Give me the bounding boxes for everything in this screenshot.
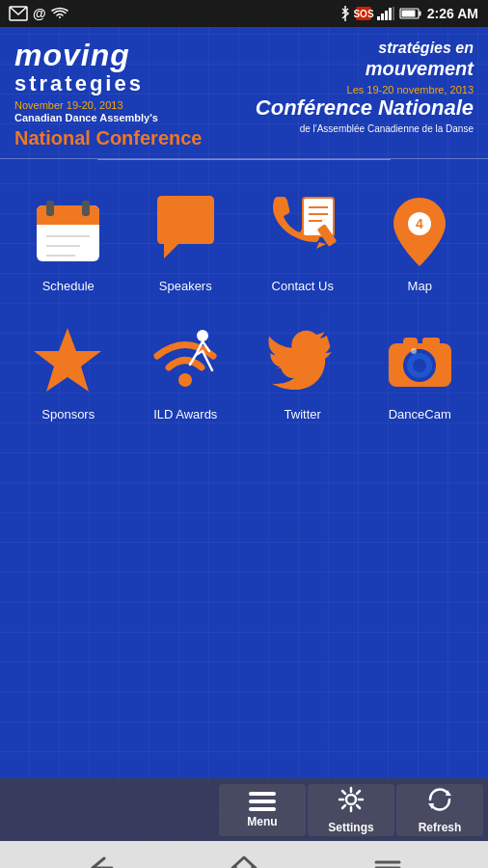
menu-icon [249, 792, 276, 811]
svg-rect-7 [389, 8, 392, 20]
dancecam-label: DanceCam [389, 407, 451, 421]
refresh-nav-button[interactable]: Refresh [396, 784, 483, 836]
battery-icon [400, 8, 421, 19]
svg-rect-14 [37, 217, 99, 225]
ild-icon-container [147, 322, 224, 399]
menu-line-3 [249, 807, 276, 811]
svg-rect-10 [419, 12, 420, 16]
twitter-icon-container [264, 322, 341, 399]
map-icon: 4 [384, 196, 456, 268]
twitter-button[interactable]: Twitter [244, 308, 362, 436]
svg-marker-28 [34, 328, 101, 392]
schedule-button[interactable]: Schedule [10, 179, 127, 308]
header-date-right: Les 19-20 novembre, 2013 [244, 84, 474, 95]
bottom-nav-bar: Menu Settings Refresh [0, 778, 488, 841]
org-name: Canadian Dance Assembly's [14, 111, 244, 124]
title-right: stratégies en mouvement [244, 39, 474, 80]
svg-rect-11 [401, 11, 415, 17]
header-right: stratégies en mouvement Les 19-20 novemb… [244, 39, 474, 134]
status-bar: @ SOS [0, 0, 488, 27]
svg-point-34 [413, 359, 426, 372]
recent-apps-button[interactable] [365, 847, 411, 868]
back-button[interactable] [77, 847, 123, 868]
svg-rect-16 [82, 201, 90, 216]
refresh-icon [426, 786, 453, 817]
time-display: 2:26 AM [427, 6, 478, 21]
menu-nav-label: Menu [247, 815, 277, 828]
settings-icon [338, 786, 365, 817]
schedule-icon-container [30, 194, 107, 271]
svg-text:SOS: SOS [353, 9, 373, 19]
warning-icon: SOS [356, 7, 371, 20]
title-fr-2: mouvement [244, 57, 474, 80]
svg-point-38 [346, 795, 356, 804]
contact-button[interactable]: Contact Us [244, 179, 362, 308]
speakers-button[interactable]: Speakers [127, 179, 245, 308]
sponsors-icon-container [30, 322, 107, 399]
header-left: moving strategies November 19-20, 2013 C… [14, 39, 244, 150]
wifi-icon [52, 8, 68, 19]
svg-rect-4 [377, 16, 380, 20]
app-title-left: moving strategies [14, 39, 244, 95]
home-button[interactable] [221, 847, 267, 868]
svg-rect-35 [403, 338, 418, 347]
back-icon [85, 854, 116, 868]
svg-rect-8 [393, 7, 394, 20]
svg-rect-6 [385, 11, 388, 20]
icon-grid: Schedule Speakers [0, 160, 488, 778]
ild-label: ILD Awards [153, 407, 217, 421]
schedule-icon [32, 196, 104, 268]
dancecam-icon [384, 324, 456, 396]
menu-line-2 [249, 800, 276, 803]
svg-rect-15 [46, 201, 54, 216]
header-org-left: Canadian Dance Assembly's National Confe… [14, 111, 244, 149]
twitter-icon [266, 324, 339, 396]
app-container: moving strategies November 19-20, 2013 C… [0, 27, 488, 841]
settings-nav-button[interactable]: Settings [308, 784, 394, 836]
bluetooth-icon [340, 6, 350, 21]
speakers-icon [149, 196, 222, 268]
conf-name-fr: Conférence Nationale [244, 95, 474, 121]
speakers-label: Speakers [159, 279, 212, 293]
refresh-nav-label: Refresh [419, 821, 462, 834]
recent-apps-icon [372, 854, 403, 868]
svg-text:4: 4 [416, 216, 423, 231]
signal-icon [377, 7, 394, 20]
speakers-icon-container [147, 194, 224, 271]
sponsors-label: Sponsors [41, 407, 95, 421]
svg-rect-36 [422, 338, 440, 345]
mail-icon [10, 7, 27, 20]
conf-name: National Conference [14, 125, 244, 150]
status-right-icons: SOS 2:26 AM [340, 6, 478, 21]
svg-rect-5 [381, 14, 384, 20]
android-nav-bar [0, 841, 488, 868]
menu-nav-button[interactable]: Menu [219, 784, 306, 836]
svg-marker-25 [316, 242, 326, 249]
map-button[interactable]: 4 Map [362, 179, 479, 308]
title-line1: moving [14, 39, 244, 72]
sponsors-button[interactable]: Sponsors [10, 308, 127, 436]
title-line2: strategies [14, 72, 244, 95]
svg-point-30 [197, 330, 208, 341]
schedule-label: Schedule [42, 279, 95, 293]
header-date-left: November 19-20, 2013 [14, 99, 244, 111]
at-icon: @ [33, 6, 46, 21]
menu-line-1 [249, 792, 276, 796]
svg-point-29 [178, 373, 192, 387]
dancecam-icon-container [381, 322, 458, 399]
dancecam-button[interactable]: DanceCam [362, 308, 479, 436]
contact-icon [266, 196, 339, 268]
app-header: moving strategies November 19-20, 2013 C… [0, 27, 488, 159]
map-label: Map [408, 279, 432, 293]
home-icon [229, 854, 259, 868]
settings-nav-label: Settings [328, 821, 373, 834]
svg-point-37 [411, 348, 417, 354]
ild-icon [149, 324, 222, 396]
title-fr-1: stratégies en [244, 39, 474, 57]
map-icon-container: 4 [381, 194, 458, 271]
ild-button[interactable]: ILD Awards [127, 308, 245, 436]
twitter-label: Twitter [285, 407, 321, 421]
sponsors-icon [32, 324, 104, 396]
status-left-icons: @ [10, 6, 68, 21]
contact-label: Contact Us [272, 279, 334, 293]
